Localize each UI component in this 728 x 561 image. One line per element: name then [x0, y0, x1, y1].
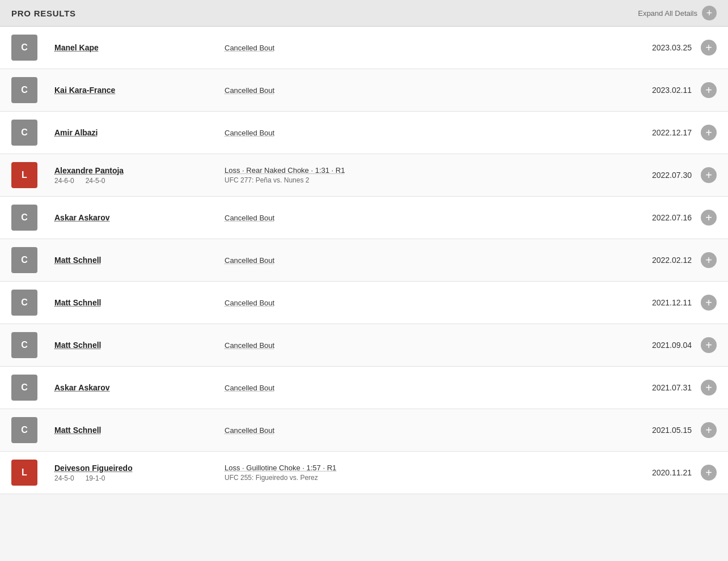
result-badge-5: C — [11, 247, 37, 273]
opponent-name[interactable]: Alexandre Pantoja — [54, 166, 225, 175]
result-text: Cancelled Bout — [225, 44, 612, 52]
expand-row-button[interactable]: + — [701, 167, 717, 183]
opponent-column: Askar Askarov — [54, 383, 225, 392]
result-badge-10: L — [11, 460, 37, 486]
result-text: Cancelled Bout — [225, 129, 612, 137]
table-row: CKai Kara-FranceCancelled Bout2023.02.11… — [0, 69, 728, 112]
section-title: PRO RESULTS — [11, 8, 76, 18]
result-text: Cancelled Bout — [225, 214, 612, 222]
result-date: 2021.12.11 — [612, 298, 692, 307]
opponent-name[interactable]: Matt Schnell — [54, 256, 225, 265]
opponent-records: 24-5-019-1-0 — [54, 474, 225, 482]
expand-row-button[interactable]: + — [701, 252, 717, 268]
opponent-column: Askar Askarov — [54, 213, 225, 222]
table-row: CMatt SchnellCancelled Bout2021.09.04+ — [0, 324, 728, 367]
opponent-name[interactable]: Askar Askarov — [54, 383, 225, 392]
result-date: 2022.02.12 — [612, 256, 692, 265]
expand-all-button[interactable]: Expand All Details + — [638, 6, 717, 20]
result-text: Cancelled Bout — [225, 299, 612, 307]
result-column: Loss · Rear Naked Choke · 1:31 · R1UFC 2… — [225, 166, 612, 184]
result-column: Cancelled Bout — [225, 44, 612, 52]
result-date: 2023.02.11 — [612, 86, 692, 95]
result-badge-7: C — [11, 332, 37, 358]
opponent-name[interactable]: Matt Schnell — [54, 298, 225, 307]
header-bar: PRO RESULTS Expand All Details + — [0, 0, 728, 27]
result-column: Cancelled Bout — [225, 384, 612, 392]
expand-row-button[interactable]: + — [701, 337, 717, 353]
result-column: Cancelled Bout — [225, 214, 612, 222]
result-date: 2022.07.30 — [612, 171, 692, 180]
result-badge-3: L — [11, 162, 37, 188]
result-event: UFC 255: Figueiredo vs. Perez — [225, 474, 612, 482]
result-date: 2023.03.25 — [612, 43, 692, 52]
opponent-column: Deiveson Figueiredo24-5-019-1-0 — [54, 464, 225, 482]
expand-row-button[interactable]: + — [701, 40, 717, 56]
opponent-record: 24-5-0 — [86, 177, 105, 185]
pro-results-container: PRO RESULTS Expand All Details + CManel … — [0, 0, 728, 494]
result-date: 2022.07.16 — [612, 213, 692, 222]
table-row: LDeiveson Figueiredo24-5-019-1-0Loss · G… — [0, 452, 728, 494]
opponent-column: Kai Kara-France — [54, 86, 225, 95]
result-date: 2022.12.17 — [612, 128, 692, 137]
table-row: CManel KapeCancelled Bout2023.03.25+ — [0, 27, 728, 69]
opponent-column: Matt Schnell — [54, 256, 225, 265]
table-row: CMatt SchnellCancelled Bout2021.05.15+ — [0, 409, 728, 452]
opponent-column: Alexandre Pantoja24-6-024-5-0 — [54, 166, 225, 185]
result-column: Cancelled Bout — [225, 86, 612, 95]
result-text: Loss · Rear Naked Choke · 1:31 · R1 — [225, 166, 612, 175]
result-date: 2021.09.04 — [612, 341, 692, 350]
opponent-column: Matt Schnell — [54, 426, 225, 435]
table-row: CAmir AlbaziCancelled Bout2022.12.17+ — [0, 112, 728, 154]
result-badge-9: C — [11, 417, 37, 443]
table-row: CAskar AskarovCancelled Bout2022.07.16+ — [0, 197, 728, 239]
table-row: LAlexandre Pantoja24-6-024-5-0Loss · Rea… — [0, 154, 728, 197]
expand-all-icon: + — [702, 6, 717, 20]
result-text: Cancelled Bout — [225, 426, 612, 435]
opponent-column: Matt Schnell — [54, 298, 225, 307]
opponent-name[interactable]: Manel Kape — [54, 43, 225, 52]
result-text: Cancelled Bout — [225, 384, 612, 392]
expand-row-button[interactable]: + — [701, 295, 717, 311]
result-badge-1: C — [11, 77, 37, 103]
result-column: Loss · Guillotine Choke · 1:57 · R1UFC 2… — [225, 464, 612, 482]
result-text: Loss · Guillotine Choke · 1:57 · R1 — [225, 464, 612, 472]
opponent-column: Matt Schnell — [54, 341, 225, 350]
result-text: Cancelled Bout — [225, 256, 612, 265]
result-badge-0: C — [11, 35, 37, 61]
result-event: UFC 277: Peña vs. Nunes 2 — [225, 176, 612, 184]
self-record: 24-5-0 — [54, 474, 74, 482]
result-text: Cancelled Bout — [225, 341, 612, 350]
opponent-column: Amir Albazi — [54, 128, 225, 137]
result-badge-8: C — [11, 375, 37, 401]
result-text: Cancelled Bout — [225, 86, 612, 95]
result-column: Cancelled Bout — [225, 426, 612, 435]
result-badge-4: C — [11, 205, 37, 231]
expand-row-button[interactable]: + — [701, 465, 717, 481]
results-list: CManel KapeCancelled Bout2023.03.25+CKai… — [0, 27, 728, 494]
expand-row-button[interactable]: + — [701, 125, 717, 141]
self-record: 24-6-0 — [54, 177, 74, 185]
result-column: Cancelled Bout — [225, 256, 612, 265]
expand-all-label: Expand All Details — [638, 9, 697, 18]
result-column: Cancelled Bout — [225, 299, 612, 307]
opponent-name[interactable]: Deiveson Figueiredo — [54, 464, 225, 473]
result-date: 2020.11.21 — [612, 468, 692, 477]
table-row: CMatt SchnellCancelled Bout2022.02.12+ — [0, 239, 728, 282]
opponent-name[interactable]: Kai Kara-France — [54, 86, 225, 95]
expand-row-button[interactable]: + — [701, 380, 717, 396]
opponent-name[interactable]: Matt Schnell — [54, 341, 225, 350]
opponent-name[interactable]: Matt Schnell — [54, 426, 225, 435]
opponent-name[interactable]: Amir Albazi — [54, 128, 225, 137]
result-column: Cancelled Bout — [225, 129, 612, 137]
opponent-record: 19-1-0 — [86, 474, 105, 482]
result-badge-2: C — [11, 120, 37, 146]
opponent-records: 24-6-024-5-0 — [54, 177, 225, 185]
result-date: 2021.07.31 — [612, 383, 692, 392]
expand-row-button[interactable]: + — [701, 422, 717, 438]
table-row: CMatt SchnellCancelled Bout2021.12.11+ — [0, 282, 728, 324]
result-badge-6: C — [11, 290, 37, 316]
opponent-name[interactable]: Askar Askarov — [54, 213, 225, 222]
expand-row-button[interactable]: + — [701, 210, 717, 226]
opponent-column: Manel Kape — [54, 43, 225, 52]
expand-row-button[interactable]: + — [701, 82, 717, 98]
